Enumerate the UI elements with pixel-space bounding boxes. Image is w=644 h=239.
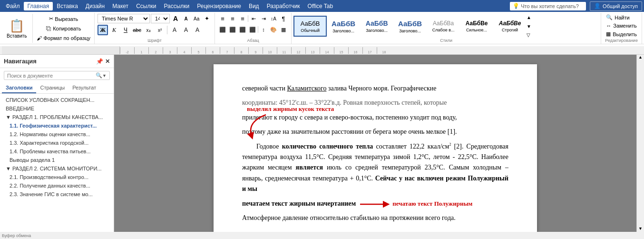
nav-tab-headings[interactable]: Заголовки [2, 83, 36, 93]
select-icon: ▦ [606, 31, 611, 37]
nav-tab-results[interactable]: Результат [68, 83, 100, 93]
line-spacing-button[interactable]: ↕ [259, 25, 268, 34]
nav-search-input[interactable] [7, 73, 96, 79]
nav-tree-item-1[interactable]: ВВЕДЕНИЕ [0, 104, 114, 113]
select-button[interactable]: ▦ Выделить [604, 30, 639, 38]
italic-button[interactable]: К [109, 25, 119, 35]
decrease-indent-button[interactable]: ⇤ [249, 14, 258, 23]
nav-tree-item-11[interactable]: 2.3. Значение ГИС в системе мо... [0, 190, 114, 199]
nav-tree-item-0[interactable]: СПИСОК УСЛОВНЫХ СОКРАЩЕН... [0, 96, 114, 104]
replace-icon: ↔ [606, 23, 611, 29]
menu-review[interactable]: Рецензирование [193, 2, 245, 10]
right-scrollbar[interactable]: ▲ ▼ [636, 55, 644, 232]
doc-para-4: Годовое количество солнечного тепла сост… [242, 141, 508, 195]
superscript-button[interactable]: x² [155, 25, 165, 35]
multilevel-button[interactable]: ≡ [238, 14, 247, 23]
paste-button[interactable]: 📋 Вставить [4, 16, 29, 41]
nav-tree-item-3[interactable]: 1.1. Геофизическая характерист... [0, 121, 114, 130]
para-sep2 [258, 26, 258, 33]
nav-tree-item-5[interactable]: 1.3. Характеристика городской... [0, 139, 114, 147]
menu-layout[interactable]: Макет [108, 2, 132, 10]
menu-developer[interactable]: Разработчик [263, 2, 304, 10]
nav-search: 🔍 ▼ [4, 71, 110, 80]
nav-close-icon[interactable]: ✕ [105, 58, 110, 65]
show-formatting-button[interactable]: ¶ [279, 14, 288, 23]
nav-search-icon[interactable]: 🔍 [96, 72, 102, 79]
align-right-button[interactable]: ⬛ [238, 25, 247, 34]
align-center-button[interactable]: ⬛ [228, 25, 237, 34]
styles-down-button[interactable]: ▼ [527, 24, 531, 29]
font-size-select[interactable]: 14 [151, 14, 170, 23]
borders-button[interactable]: ▦ [279, 25, 288, 34]
search-hint: Что вы хотите сделать? [521, 3, 579, 9]
styles-up-button[interactable]: ▲ [527, 15, 531, 20]
nav-tree-item-4[interactable]: 1.2. Нормативы оценки качеств... [0, 130, 114, 139]
style-heading1[interactable]: АаБбВ Заголово... [327, 16, 360, 37]
subscript-button[interactable]: x₂ [143, 25, 154, 35]
nav-pin-icon[interactable]: 📌 [96, 58, 103, 65]
menu-references[interactable]: Ссылки [132, 2, 160, 10]
sort-button[interactable]: ↕A [269, 14, 278, 23]
styles-expand-button[interactable]: ▽ [527, 32, 531, 38]
document-area[interactable]: северной части Каламитского залива Черно… [114, 55, 636, 232]
para-sep1 [248, 15, 248, 22]
font-grow-button[interactable]: A [171, 14, 180, 23]
bullets-button[interactable]: ≡ [218, 14, 227, 23]
nav-tree-item-9[interactable]: 2.1. Производственный контро... [0, 173, 114, 181]
ruler: -2123456789101112131415161718 [0, 46, 644, 55]
shading-button[interactable]: 🎨 [269, 25, 278, 34]
align-left-button[interactable]: ⬛ [218, 25, 227, 34]
nav-tree-item-6[interactable]: 1.4. Проблемы качества питьев... [0, 147, 114, 156]
scroll-down-button[interactable]: ▼ [638, 226, 644, 232]
nav-tab-pages[interactable]: Страницы [36, 83, 68, 93]
menu-office-tab[interactable]: Office Tab [304, 2, 337, 10]
font-shrink-button[interactable]: A [181, 14, 191, 23]
menu-insert[interactable]: Вставка [53, 2, 82, 10]
style-strict[interactable]: АаБбВе Строгий [493, 16, 527, 37]
case-button[interactable]: Аа [192, 14, 201, 23]
increase-indent-button[interactable]: ⇥ [259, 14, 268, 23]
menu-search-bar: 💡 Что вы хотите сделать? [510, 2, 586, 10]
nav-tree-item-2[interactable]: ▼ РАЗДЕЛ 1. ПРОБЛЕМЫ КАЧЕСТВА... [0, 113, 114, 121]
style-weak[interactable]: АаБбВа Слабое в... [427, 16, 460, 37]
nav-search-dropdown[interactable]: ▼ [102, 73, 107, 78]
cut-button[interactable]: ✂ Вырезать [35, 15, 92, 23]
nav-tree-item-8[interactable]: ▼ РАЗДЕЛ 2. СИСТЕМА МОНИТОРИ... [0, 164, 114, 173]
menu-design[interactable]: Дизайн [82, 2, 108, 10]
menu-file[interactable]: Файл [2, 2, 24, 10]
font-color-button[interactable]: A [192, 25, 203, 35]
menu-home[interactable]: Главная [24, 2, 53, 10]
ruler-mark-13: 13 [305, 47, 320, 54]
find-button[interactable]: 🔍 Найти [604, 14, 631, 21]
doc-para-0: северной части Каламитского залива Черно… [242, 83, 508, 94]
copy-button[interactable]: ⿻ Копировать [35, 24, 92, 33]
ruler-mark-9: 9 [248, 47, 263, 54]
share-button[interactable]: 👤 Общий доступ [590, 1, 642, 11]
scroll-up-button[interactable]: ▲ [638, 55, 644, 60]
clear-format-button[interactable]: ✦ [202, 14, 212, 23]
style-heading2[interactable]: АаБбВ Заголово... [360, 16, 393, 37]
nav-tree-item-10[interactable]: 2.2. Получение данных качеств... [0, 181, 114, 190]
numbering-button[interactable]: ≡ [228, 14, 237, 23]
menu-mailings[interactable]: Рассылки [160, 2, 193, 10]
ruler-mark-5: 5 [191, 47, 205, 54]
strikethrough-button[interactable]: abc [132, 25, 142, 35]
bold-button[interactable]: Ж [98, 25, 108, 35]
doc-para-last: Атмосферное давление относительно стабил… [242, 213, 508, 223]
style-strong[interactable]: АаБбВе Сильное... [460, 16, 493, 37]
styles-scroll[interactable]: ▲ ▼ ▽ [527, 14, 531, 39]
nav-tree-item-7[interactable]: Выводы раздела 1 [0, 156, 114, 164]
underline-button[interactable]: Ч [120, 25, 131, 35]
editing-group-label: Редактирование [601, 38, 642, 43]
align-justify-button[interactable]: ⬛ [248, 25, 257, 34]
replace-button[interactable]: ↔ Заменить [604, 22, 638, 29]
ruler-mark-2: 2 [148, 47, 163, 54]
text-effects-button[interactable]: A [169, 25, 180, 35]
font-name-select[interactable]: Times New R [98, 14, 150, 23]
format-painter-button[interactable]: 🖌 Формат по образцу [35, 34, 92, 42]
menu-view[interactable]: Вид [245, 2, 263, 10]
highlight-color-button[interactable]: A [181, 25, 191, 35]
style-normal[interactable]: АаБбВ Обычный [293, 16, 327, 37]
style-heading3[interactable]: АаБбВ Заголово... [393, 16, 427, 37]
nav-tabs: Заголовки Страницы Результат [0, 83, 114, 94]
